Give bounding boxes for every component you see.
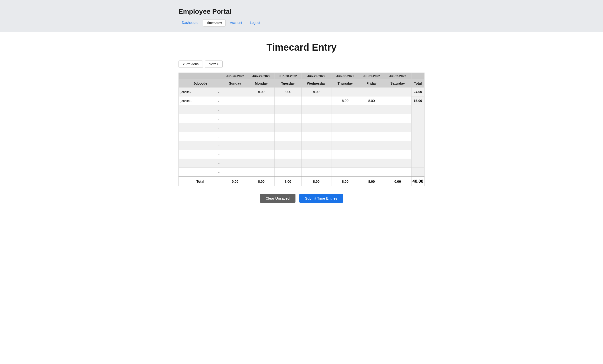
cell-sun-row2[interactable] — [222, 105, 248, 114]
input-wed-row4[interactable] — [302, 124, 331, 131]
input-sat-row2[interactable] — [384, 106, 411, 114]
cell-sun-row9[interactable] — [222, 168, 248, 177]
input-fri-row3[interactable] — [360, 115, 383, 123]
input-sun-row5[interactable] — [223, 133, 247, 140]
input-tue-row2[interactable] — [275, 106, 301, 114]
jobcode-cell[interactable]: ⌄ — [179, 105, 222, 114]
cell-thu-row3[interactable] — [331, 114, 359, 123]
input-thu-row2[interactable] — [332, 106, 359, 114]
input-sun-row9[interactable] — [223, 168, 247, 176]
input-sat-row9[interactable] — [384, 168, 411, 176]
cell-thu-row5[interactable] — [331, 132, 359, 141]
input-mon-row4[interactable] — [249, 124, 274, 131]
cell-wed-row7[interactable] — [301, 150, 331, 159]
next-week-button[interactable]: Next > — [205, 60, 223, 68]
cell-sat-row8[interactable] — [384, 159, 411, 168]
cell-sun-row7[interactable] — [222, 150, 248, 159]
jobcode-cell[interactable]: ⌄ — [179, 141, 222, 150]
cell-mon-row7[interactable] — [248, 150, 275, 159]
input-wed-row5[interactable] — [302, 133, 331, 140]
input-thu-row7[interactable] — [332, 150, 359, 158]
cell-tue-row6[interactable] — [275, 141, 301, 150]
cell-sat-row5[interactable] — [384, 132, 411, 141]
input-thu-row3[interactable] — [332, 115, 359, 123]
input-thu-row1[interactable] — [332, 97, 359, 105]
cell-sun-row5[interactable] — [222, 132, 248, 141]
cell-sat-row6[interactable] — [384, 141, 411, 150]
input-thu-row0[interactable] — [332, 88, 359, 96]
cell-mon-row6[interactable] — [248, 141, 275, 150]
cell-thu-row4[interactable] — [331, 123, 359, 132]
cell-thu-row7[interactable] — [331, 150, 359, 159]
input-fri-row7[interactable] — [360, 150, 383, 158]
cell-thu-row9[interactable] — [331, 168, 359, 177]
input-sun-row6[interactable] — [223, 141, 247, 149]
cell-sat-row0[interactable] — [384, 88, 411, 96]
cell-tue-row5[interactable] — [275, 132, 301, 141]
input-sun-row0[interactable] — [223, 88, 247, 96]
nav-item-timecards[interactable]: Timecards — [203, 19, 226, 26]
cell-wed-row3[interactable] — [301, 114, 331, 123]
input-wed-row3[interactable] — [302, 115, 331, 123]
cell-sat-row1[interactable] — [384, 96, 411, 105]
cell-thu-row1[interactable] — [331, 96, 359, 105]
input-sun-row4[interactable] — [223, 124, 247, 131]
cell-fri-row7[interactable] — [359, 150, 384, 159]
cell-wed-row6[interactable] — [301, 141, 331, 150]
input-mon-row5[interactable] — [249, 133, 274, 140]
cell-tue-row3[interactable] — [275, 114, 301, 123]
input-thu-row5[interactable] — [332, 133, 359, 140]
input-sat-row3[interactable] — [384, 115, 411, 123]
cell-tue-row1[interactable] — [275, 96, 301, 105]
cell-wed-row1[interactable] — [301, 96, 331, 105]
input-fri-row0[interactable] — [360, 88, 383, 96]
nav-item-logout[interactable]: Logout — [246, 19, 264, 26]
cell-fri-row3[interactable] — [359, 114, 384, 123]
cell-sun-row6[interactable] — [222, 141, 248, 150]
jobcode-cell[interactable]: ⌄ — [179, 123, 222, 132]
jobcode-cell[interactable]: jobsite2 ⌄ — [179, 88, 222, 96]
cell-tue-row9[interactable] — [275, 168, 301, 177]
cell-sun-row4[interactable] — [222, 123, 248, 132]
input-tue-row0[interactable] — [275, 88, 301, 96]
input-fri-row2[interactable] — [360, 106, 383, 114]
cell-thu-row2[interactable] — [331, 105, 359, 114]
cell-wed-row0[interactable] — [301, 88, 331, 96]
input-fri-row4[interactable] — [360, 124, 383, 131]
input-mon-row2[interactable] — [249, 106, 274, 114]
input-tue-row4[interactable] — [275, 124, 301, 131]
cell-fri-row5[interactable] — [359, 132, 384, 141]
jobcode-cell[interactable]: ⌄ — [179, 168, 222, 177]
cell-thu-row6[interactable] — [331, 141, 359, 150]
cell-mon-row5[interactable] — [248, 132, 275, 141]
cell-mon-row8[interactable] — [248, 159, 275, 168]
cell-mon-row4[interactable] — [248, 123, 275, 132]
cell-fri-row6[interactable] — [359, 141, 384, 150]
cell-mon-row0[interactable] — [248, 88, 275, 96]
jobcode-cell[interactable]: ⌄ — [179, 132, 222, 141]
input-wed-row9[interactable] — [302, 168, 331, 176]
cell-mon-row9[interactable] — [248, 168, 275, 177]
input-fri-row9[interactable] — [360, 168, 383, 176]
cell-sat-row7[interactable] — [384, 150, 411, 159]
input-mon-row0[interactable] — [249, 88, 274, 96]
input-fri-row6[interactable] — [360, 141, 383, 149]
input-tue-row1[interactable] — [275, 97, 301, 105]
clear-unsaved-button[interactable]: Clear Unsaved — [260, 194, 295, 203]
input-thu-row8[interactable] — [332, 159, 359, 167]
input-wed-row2[interactable] — [302, 106, 331, 114]
cell-fri-row1[interactable] — [359, 96, 384, 105]
cell-sun-row1[interactable] — [222, 96, 248, 105]
input-wed-row6[interactable] — [302, 141, 331, 149]
cell-sun-row8[interactable] — [222, 159, 248, 168]
input-wed-row0[interactable] — [302, 88, 331, 96]
input-sat-row4[interactable] — [384, 124, 411, 131]
input-sun-row3[interactable] — [223, 115, 247, 123]
input-sun-row2[interactable] — [223, 106, 247, 114]
cell-tue-row4[interactable] — [275, 123, 301, 132]
input-tue-row6[interactable] — [275, 141, 301, 149]
submit-time-entries-button[interactable]: Submit Time Entries — [299, 194, 343, 203]
input-sun-row8[interactable] — [223, 159, 247, 167]
cell-thu-row0[interactable] — [331, 88, 359, 96]
cell-mon-row3[interactable] — [248, 114, 275, 123]
